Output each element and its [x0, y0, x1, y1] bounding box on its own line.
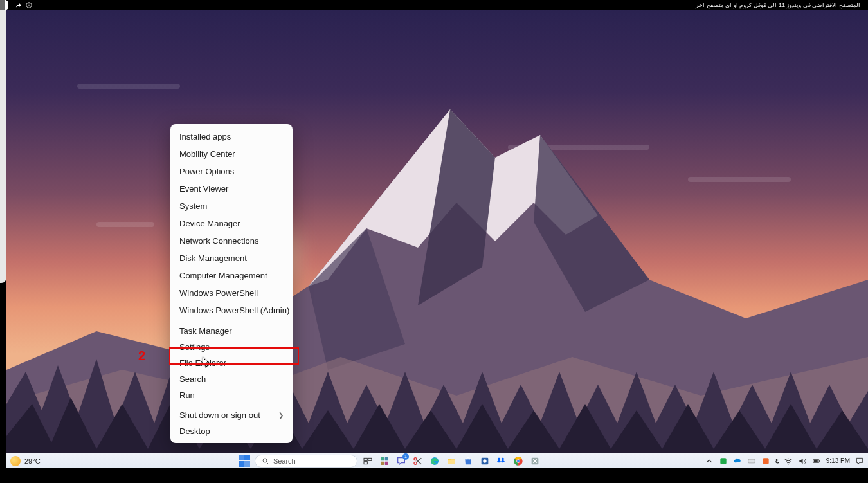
notification-center-button[interactable] — [855, 457, 864, 466]
taskbar-search[interactable]: Search — [255, 455, 357, 468]
menu-item-network-connections[interactable]: Network Connections — [170, 232, 293, 250]
svg-rect-2 — [29, 3, 30, 4]
app-button-b[interactable] — [529, 455, 541, 468]
svg-rect-26 — [763, 458, 768, 464]
menu-item-label: File Explorer — [179, 358, 226, 368]
app-icon — [530, 456, 540, 466]
edge-button[interactable] — [428, 455, 441, 468]
menu-item-windows-powershell[interactable]: Windows PowerShell — [170, 284, 293, 302]
share-icon[interactable] — [15, 2, 22, 8]
svg-rect-5 — [364, 458, 367, 460]
menu-item-system[interactable]: System — [170, 197, 293, 215]
chrome-icon — [513, 456, 523, 466]
menu-item-label: Power Options — [179, 167, 234, 176]
taskbar-weather[interactable]: 29°C — [10, 456, 75, 466]
snipping-tool-button[interactable] — [411, 455, 424, 468]
store-button[interactable] — [462, 455, 475, 468]
menu-item-disk-management[interactable]: Disk Management — [170, 250, 293, 267]
system-tray: ع 9:13 PM — [705, 457, 864, 466]
svg-line-4 — [266, 462, 268, 464]
tray-language-icon[interactable]: ع — [775, 457, 779, 466]
menu-item-shutdown-signout[interactable]: Shut down or sign out ❯ — [170, 407, 293, 423]
tray-wifi-icon[interactable] — [784, 457, 793, 466]
weather-sun-icon — [10, 456, 21, 466]
clock-time: 9:13 PM — [826, 458, 850, 464]
menu-item-event-viewer[interactable]: Event Viewer — [170, 180, 293, 197]
menu-item-run[interactable]: Run — [170, 387, 293, 403]
menu-item-file-explorer[interactable]: File Explorer — [170, 355, 293, 371]
menu-item-label: Windows PowerShell — [179, 288, 258, 298]
menu-item-label: Mobility Center — [179, 149, 235, 159]
menu-item-search[interactable]: Search — [170, 371, 293, 387]
menu-item-label: System — [179, 201, 207, 211]
tray-app-orange[interactable] — [761, 457, 770, 466]
chat-button[interactable]: 1 — [395, 455, 408, 468]
svg-rect-29 — [819, 460, 820, 461]
tray-volume-icon[interactable] — [798, 457, 807, 466]
chat-badge: 1 — [402, 453, 409, 460]
menu-item-label: Shut down or sign out — [179, 410, 260, 420]
winx-context-menu: Installed apps Mobility Center Power Opt… — [170, 124, 293, 443]
tray-battery-icon[interactable] — [812, 457, 821, 466]
desktop-screen: Installed apps Mobility Center Power Opt… — [6, 10, 868, 468]
widgets-button[interactable] — [378, 455, 391, 468]
menu-item-label: Desktop — [179, 426, 210, 436]
task-view-icon — [363, 456, 373, 466]
tray-chevron-up-icon[interactable] — [705, 457, 714, 466]
menu-item-label: Event Viewer — [179, 184, 228, 194]
start-button[interactable] — [238, 455, 251, 468]
menu-item-settings[interactable]: Settings — [170, 339, 293, 355]
svg-rect-6 — [368, 458, 372, 460]
svg-rect-24 — [720, 458, 726, 464]
tray-app-green[interactable] — [719, 457, 728, 466]
taskbar-clock[interactable]: 9:13 PM — [826, 458, 850, 464]
menu-item-device-manager[interactable]: Device Manager — [170, 215, 293, 232]
menu-item-label: Network Connections — [179, 236, 259, 246]
svg-point-3 — [263, 459, 267, 462]
menu-item-label: Run — [179, 390, 195, 400]
menu-item-installed-apps[interactable]: Installed apps — [170, 128, 293, 145]
menu-item-mobility-center[interactable]: Mobility Center — [170, 145, 293, 163]
svg-rect-30 — [814, 460, 818, 461]
search-placeholder: Search — [273, 457, 296, 465]
svg-rect-10 — [381, 461, 384, 464]
svg-rect-7 — [364, 461, 367, 464]
menu-item-power-options[interactable]: Power Options — [170, 163, 293, 180]
svg-rect-11 — [385, 461, 388, 464]
menu-item-task-manager[interactable]: Task Manager — [170, 323, 293, 339]
svg-rect-25 — [748, 459, 755, 463]
weather-temp: 29°C — [24, 457, 41, 465]
svg-point-19 — [483, 459, 486, 462]
left-drawer-handle[interactable] — [0, 0, 6, 283]
menu-item-label: Computer Management — [179, 271, 267, 280]
info-icon[interactable] — [26, 2, 32, 8]
menu-item-desktop[interactable]: Desktop — [170, 423, 293, 439]
dropbox-button[interactable] — [495, 455, 508, 468]
svg-point-27 — [788, 463, 789, 464]
svg-point-22 — [517, 460, 520, 462]
svg-rect-1 — [29, 5, 30, 6]
menu-item-label: Task Manager — [179, 326, 232, 336]
menu-item-label: Settings — [179, 342, 210, 352]
svg-rect-9 — [385, 457, 388, 460]
menu-item-computer-management[interactable]: Computer Management — [170, 267, 293, 284]
menu-item-label: Windows PowerShell (Admin) — [179, 305, 289, 315]
app-button-a[interactable] — [478, 455, 491, 468]
play-indicator-icon — [5, 2, 12, 8]
windows-logo-icon — [239, 455, 250, 467]
app-icon — [480, 456, 490, 466]
menu-item-label: Device Manager — [179, 219, 240, 228]
tray-onedrive-icon[interactable] — [733, 457, 742, 466]
file-explorer-button[interactable] — [445, 455, 458, 468]
dropbox-icon — [496, 456, 507, 466]
tray-wide-icon[interactable] — [747, 457, 756, 466]
chrome-button[interactable] — [512, 455, 525, 468]
menu-item-label: Disk Management — [179, 253, 247, 263]
svg-rect-17 — [448, 460, 455, 464]
menu-item-windows-powershell-admin[interactable]: Windows PowerShell (Admin) — [170, 302, 293, 319]
svg-rect-8 — [381, 457, 384, 460]
task-view-button[interactable] — [361, 455, 374, 468]
video-overlay-bar: المتصفح الافتراضي في ويندوز 11 الى قوقل … — [0, 0, 868, 10]
desktop-wallpaper — [6, 10, 868, 468]
store-icon — [463, 456, 473, 466]
